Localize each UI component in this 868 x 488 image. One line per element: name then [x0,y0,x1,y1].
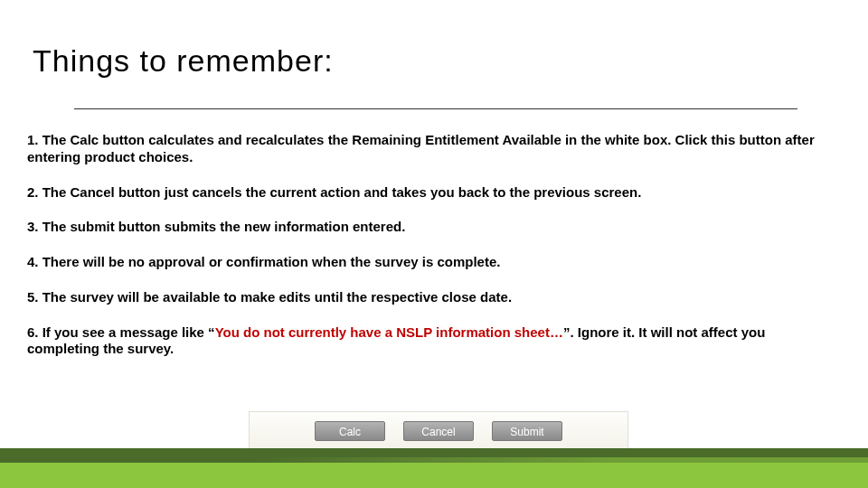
list-item: 2. The Cancel button just cancels the cu… [27,184,841,202]
item-prefix: 4. [27,254,42,269]
footer-decoration [0,448,868,488]
item-prefix: 2. [27,184,42,200]
divider [74,108,797,109]
list-item: 5. The survey will be available to make … [27,289,841,306]
item-text-before: If you see a message like “ [42,324,215,340]
calc-button[interactable]: Calc [315,421,385,441]
item-prefix: 6. [27,324,42,340]
list-item: 3. The submit button submits the new inf… [27,219,841,236]
list-item: 4. There will be no approval or confirma… [27,254,841,271]
item-text-highlight: You do not currently have a NSLP informa… [215,324,563,340]
item-prefix: 5. [27,289,42,305]
cancel-button[interactable]: Cancel [403,421,474,441]
item-text: The Calc button calculates and recalcula… [27,132,815,164]
submit-button[interactable]: Submit [492,421,562,441]
body-text: 1. The Calc button calculates and recalc… [27,132,841,376]
page-title: Things to remember: [33,43,334,79]
item-text: The submit button submits the new inform… [42,219,406,234]
list-item: 6. If you see a message like “You do not… [27,324,841,359]
item-prefix: 3. [27,219,42,234]
item-text: The survey will be available to make edi… [42,289,512,305]
item-text: The Cancel button just cancels the curre… [42,184,642,200]
item-text: There will be no approval or confirmatio… [42,254,501,269]
button-bar: Calc Cancel Submit [249,411,628,451]
list-item: 1. The Calc button calculates and recalc… [27,132,841,166]
item-prefix: 1. [27,132,42,147]
